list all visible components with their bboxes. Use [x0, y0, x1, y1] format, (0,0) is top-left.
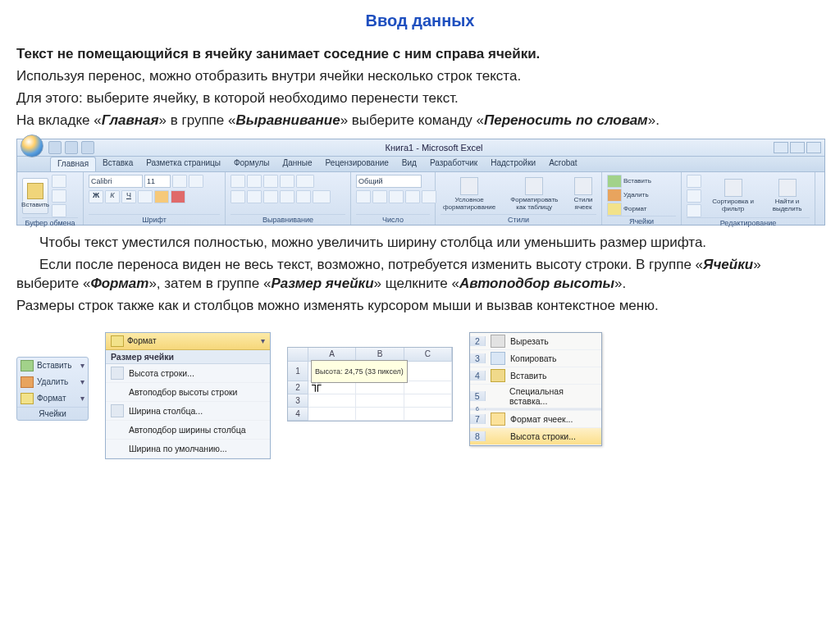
tab-layout[interactable]: Разметка страницы — [139, 157, 227, 171]
cells-insert-button[interactable]: Вставить ▾ — [17, 358, 88, 374]
row-header-4[interactable]: 4 — [288, 408, 308, 421]
paragraph-5: Чтобы текст уместился полностью, можно у… — [16, 234, 824, 253]
window-controls — [774, 142, 821, 153]
paragraph-7: Размеры строк также как и столбцов можно… — [16, 297, 824, 316]
align-middle-icon[interactable] — [247, 175, 262, 188]
align-center-icon[interactable] — [247, 190, 262, 203]
merge-icon[interactable] — [313, 190, 331, 203]
conditional-format-button[interactable]: Условное форматирование — [441, 177, 498, 212]
cells-format-button[interactable]: Формат ▾ — [17, 390, 88, 407]
excel-ribbon: Книга1 - Microsoft Excel Главная Вставка… — [16, 139, 825, 226]
menu-row-height[interactable]: Высота строки... — [106, 364, 270, 383]
menu-default-width[interactable]: Ширина по умолчанию... — [106, 440, 270, 458]
tab-data[interactable]: Данные — [276, 157, 318, 171]
italic-icon[interactable]: К — [105, 190, 120, 203]
bold-icon[interactable]: Ж — [89, 190, 103, 203]
currency-icon[interactable] — [356, 190, 371, 203]
clear-icon[interactable] — [687, 204, 701, 217]
ctx-format-cells[interactable]: 7Формат ячеек... — [470, 411, 601, 428]
wrap-text-icon[interactable] — [296, 175, 314, 188]
align-top-icon[interactable] — [231, 175, 245, 188]
find-select-icon — [778, 179, 797, 197]
autosum-icon[interactable] — [687, 175, 701, 188]
fill-color-icon[interactable] — [154, 190, 169, 203]
find-select-button[interactable]: Найти и выделить — [765, 179, 810, 213]
orientation-icon[interactable] — [280, 175, 294, 188]
format-menu-header[interactable]: Формат ▾ — [106, 333, 270, 350]
tab-acrobat[interactable]: Acrobat — [542, 157, 583, 171]
group-font: Calibri 11 Ж К Ч Шрифт — [84, 172, 226, 225]
qat-save-icon[interactable] — [48, 141, 62, 154]
ctx-paste[interactable]: 4Вставить — [470, 367, 601, 385]
menu-autofit-col[interactable]: Автоподбор ширины столбца — [106, 421, 270, 440]
row-header-1[interactable]: 1 Высота: 24,75 (33 пиксел) — [288, 362, 308, 381]
copy-icon[interactable] — [52, 189, 66, 203]
indent-decrease-icon[interactable] — [280, 190, 294, 203]
qat-redo-icon[interactable] — [81, 141, 94, 154]
tab-home[interactable]: Главная — [50, 157, 96, 171]
row-header-2[interactable]: 2 — [288, 381, 308, 394]
percent-icon[interactable] — [372, 190, 387, 203]
decrease-decimal-icon[interactable] — [422, 190, 436, 203]
maximize-icon[interactable] — [790, 142, 805, 153]
increase-decimal-icon[interactable] — [405, 190, 420, 203]
underline-icon[interactable]: Ч — [121, 190, 136, 203]
format-cells-icon — [491, 412, 505, 426]
cells-delete-button[interactable]: Удалить ▾ — [17, 374, 88, 390]
format-icon — [111, 335, 124, 347]
number-format-select[interactable]: Общий — [356, 175, 422, 188]
group-cells: Вставить Удалить Формат Ячейки — [602, 172, 682, 225]
grow-font-icon[interactable] — [172, 175, 187, 188]
align-right-icon[interactable] — [263, 190, 278, 203]
ctx-cut[interactable]: 2Вырезать — [470, 333, 601, 350]
cut-icon[interactable] — [52, 175, 66, 188]
height-tooltip: Высота: 24,75 (33 пиксел) — [311, 360, 408, 383]
quick-access-toolbar — [48, 141, 94, 154]
font-name-select[interactable]: Calibri — [89, 175, 143, 188]
tab-addins[interactable]: Надстройки — [484, 157, 542, 171]
format-cells-icon[interactable] — [607, 203, 622, 216]
sort-filter-button[interactable]: Сортировка и фильтр — [706, 179, 760, 213]
ctx-copy[interactable]: 3Копировать — [470, 350, 601, 367]
shrink-font-icon[interactable] — [189, 175, 203, 188]
ctx-paste-special[interactable]: 5Специальная вставка... — [470, 385, 601, 408]
conditional-format-icon — [460, 177, 478, 195]
tab-insert[interactable]: Вставка — [96, 157, 139, 171]
close-icon[interactable] — [806, 142, 821, 153]
menu-autofit-row[interactable]: Автоподбор высоты строки — [106, 383, 270, 402]
indent-increase-icon[interactable] — [296, 190, 311, 203]
cell-styles-button[interactable]: Стили ячеек — [570, 177, 596, 212]
comma-icon[interactable] — [389, 190, 404, 203]
paste-button[interactable]: Вставить — [22, 178, 48, 214]
group-editing: Сортировка и фильтр Найти и выделить Ред… — [682, 172, 815, 225]
fill-icon[interactable] — [687, 189, 701, 203]
row-header-3[interactable]: 3 — [288, 394, 308, 408]
format-as-table-icon — [525, 177, 543, 195]
copy-icon — [491, 352, 505, 365]
border-icon[interactable] — [138, 190, 153, 203]
align-left-icon[interactable] — [231, 190, 245, 203]
format-painter-icon[interactable] — [52, 204, 66, 217]
paragraph-2: Используя перенос, можно отобразить внут… — [16, 67, 824, 86]
format-as-table-button[interactable]: Форматировать как таблицу — [504, 177, 564, 212]
ctx-row-height[interactable]: 8Высота строки... — [470, 428, 601, 445]
font-color-icon[interactable] — [171, 190, 185, 203]
delete-icon — [21, 376, 34, 388]
col-header-c[interactable]: C — [404, 348, 452, 362]
office-button[interactable] — [21, 134, 43, 157]
tab-developer[interactable]: Разработчик — [423, 157, 484, 171]
qat-undo-icon[interactable] — [65, 141, 78, 154]
menu-col-width[interactable]: Ширина столбца... — [106, 402, 270, 421]
paste-icon — [491, 369, 505, 382]
ribbon-tabs: Главная Вставка Разметка страницы Формул… — [17, 157, 824, 172]
tab-formulas[interactable]: Формулы — [227, 157, 276, 171]
minimize-icon[interactable] — [774, 142, 788, 153]
delete-cells-icon[interactable] — [607, 189, 622, 202]
font-size-select[interactable]: 11 — [144, 175, 171, 188]
tab-review[interactable]: Рецензирование — [319, 157, 395, 171]
tab-view[interactable]: Вид — [395, 157, 423, 171]
select-all-corner[interactable] — [288, 348, 308, 362]
align-bottom-icon[interactable] — [263, 175, 278, 188]
paragraph-6: Если после переноса виден не весь текст,… — [16, 256, 824, 294]
insert-cells-icon[interactable] — [607, 175, 622, 188]
